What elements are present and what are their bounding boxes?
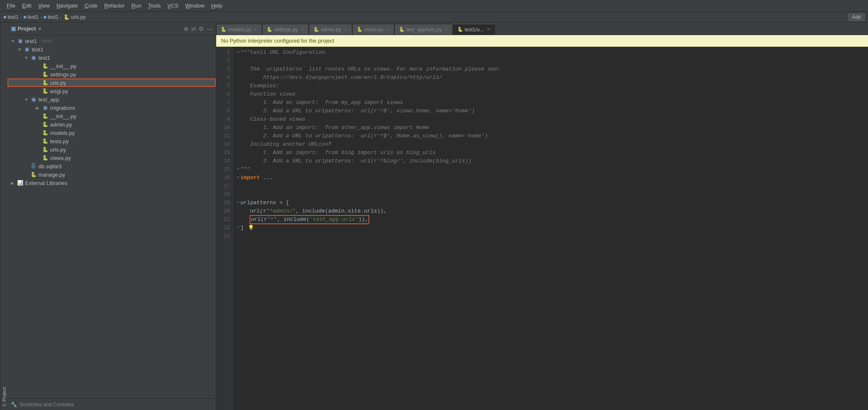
menu-window[interactable]: Window: [182, 2, 208, 10]
folder-icon: ▣: [42, 104, 48, 111]
add-button[interactable]: Add: [848, 13, 865, 21]
tab-close-icon[interactable]: ✕: [344, 27, 348, 32]
fold-marker[interactable]: ▼: [237, 199, 240, 207]
tab-test-app-urls-py[interactable]: 🐍 test_app/urls.py ✕: [394, 24, 453, 35]
folder-icon: ▣: [30, 54, 37, 61]
tree-item-urls-py[interactable]: 🐍 urls.py: [8, 78, 216, 87]
tree-item-label: urls.py: [50, 147, 66, 153]
menu-edit[interactable]: Edit: [19, 2, 35, 10]
tab-close-icon[interactable]: ✕: [386, 27, 390, 32]
tree-item-app-views-py[interactable]: 🐍 views.py: [8, 154, 216, 162]
tab-models-py[interactable]: 🐍 models.py ✕: [216, 24, 262, 35]
code-text: https://docs.djangoproject.com/en/1.8/to…: [237, 73, 442, 82]
tab-admin-py[interactable]: 🐍 admin.py ✕: [309, 24, 352, 35]
bulb-icon[interactable]: 💡: [248, 224, 254, 232]
tree-item-app-init-py[interactable]: 🐍 __init__.py: [8, 112, 216, 120]
tab-label: models.py: [228, 27, 251, 33]
code-text: The `urlpatterns` list routes URLs to vi…: [237, 65, 501, 73]
minimize-icon[interactable]: —: [207, 25, 212, 32]
breadcrumb-test1-inner[interactable]: ■ test1: [43, 14, 58, 20]
fold-end-marker[interactable]: ▼: [237, 224, 240, 232]
code-text: url(r': [251, 216, 270, 223]
menu-help[interactable]: Help: [208, 2, 226, 10]
tree-item-label: views.py: [50, 155, 71, 161]
code-line-21: url(r'^', include('test_app.urls')),: [237, 215, 865, 224]
tree-item-test1-child[interactable]: ▼ ▣ test1: [8, 45, 216, 53]
project-panel-label: 1: Project: [0, 23, 8, 410]
tab-test1-urls-py[interactable]: 🐍 test1/u... ✕: [453, 24, 495, 35]
py-icon: 🐍: [267, 27, 273, 32]
tab-bar: 🐍 models.py ✕ 🐍 settings.py ✕ 🐍 admin.py…: [216, 23, 868, 35]
settings-icon[interactable]: ⚙: [199, 25, 204, 32]
breadcrumb-sep-1: ›: [20, 15, 22, 20]
menu-view[interactable]: View: [35, 2, 53, 10]
add-content-icon[interactable]: ⊕: [184, 25, 189, 32]
tree-item-app-tests-py[interactable]: 🐍 tests.py: [8, 137, 216, 145]
menu-tools[interactable]: Tools: [145, 2, 164, 10]
code-line-5: Examples:: [237, 82, 865, 90]
py-icon: 🐍: [42, 79, 48, 86]
code-line-11: 2. Add a URL to urlpatterns: url(r'^$', …: [237, 132, 865, 140]
tree-item-external-libraries[interactable]: ▶ 📊 External Libraries: [8, 179, 216, 187]
code-text: ', include(admin.site.urls)),: [293, 207, 387, 215]
menu-file[interactable]: File: [3, 2, 19, 10]
code-text: ...: [260, 174, 273, 182]
tree-item-label: __init__.py: [50, 113, 76, 119]
tree-item-label: models.py: [50, 130, 75, 136]
code-line-6: Function views: [237, 90, 865, 99]
tree-item-app-models-py[interactable]: 🐍 models.py: [8, 129, 216, 137]
tab-label: settings.py: [274, 27, 298, 33]
tree-item-test-app[interactable]: ▼ ▣ test_app: [8, 95, 216, 104]
tree-item-init-py[interactable]: 🐍 __init__.py: [8, 62, 216, 70]
code-line-4: https://docs.djangoproject.com/en/1.8/to…: [237, 73, 865, 82]
code-line-19: ▼ urlpatterns = [: [237, 199, 865, 207]
tree-item-test1-inner[interactable]: ▼ ▣ test1: [8, 53, 216, 62]
breadcrumb-urls-py[interactable]: 🐍 urls.py: [63, 14, 86, 20]
py-icon: 🐍: [30, 171, 37, 178]
tree-item-migrations[interactable]: ▶ ▣ migrations: [8, 104, 216, 112]
breadcrumb-label: urls.py: [71, 14, 86, 20]
menu-refactor[interactable]: Refactor: [101, 2, 128, 10]
menu-code[interactable]: Code: [81, 2, 101, 10]
fold-marker[interactable]: ▼: [237, 48, 240, 57]
fold-end-marker[interactable]: ▼: [237, 165, 240, 174]
collapse-all-icon[interactable]: ⇄: [191, 25, 196, 32]
expand-arrow: ▼: [18, 47, 23, 52]
breadcrumb-test1-root[interactable]: ■ test1: [3, 14, 18, 20]
tree-item-db-sqlite[interactable]: 🗄 db.sqlite3: [8, 162, 216, 170]
code-text: url(r': [237, 207, 270, 215]
code-line-1: ▼ """test1 URL Configuration: [237, 48, 865, 57]
tree-item-wsgi-py[interactable]: 🐍 wsgi.py: [8, 87, 216, 95]
code-editor: 1 2 3 4 5 6 7 8 9 10 11 12 13 14 15 16 1…: [216, 47, 868, 410]
dropdown-arrow[interactable]: ▼: [38, 26, 42, 31]
menu-navigate[interactable]: Navigate: [53, 2, 81, 10]
tab-close-icon[interactable]: ✕: [444, 27, 448, 32]
scratches-label: Scratches and Consoles: [20, 402, 74, 407]
tree-item-manage-py[interactable]: 🐍 manage.py: [8, 170, 216, 179]
tree-item-settings-py[interactable]: 🐍 settings.py: [8, 70, 216, 78]
breadcrumb-test1-mid[interactable]: ■ test1: [23, 14, 38, 20]
tree-item-app-urls-py[interactable]: 🐍 urls.py: [8, 145, 216, 154]
tree-item-test1-root[interactable]: ▼ ▣ test1 ~/test1: [8, 37, 216, 45]
code-text: ', include(: [274, 216, 310, 223]
code-text: 1. Add an import: from other_app.views i…: [237, 124, 429, 132]
tab-close-icon[interactable]: ✕: [487, 27, 490, 32]
code-string: ^admin/: [270, 207, 293, 215]
tab-close-icon[interactable]: ✕: [254, 27, 257, 32]
tree-item-app-admin-py[interactable]: 🐍 admin.py: [8, 120, 216, 129]
tab-views-py[interactable]: 🐍 views.py ✕: [352, 24, 394, 35]
code-area[interactable]: ▼ """test1 URL Configuration The `urlpat…: [234, 47, 868, 410]
scratches-consoles[interactable]: 🔧 Scratches and Consoles: [8, 398, 216, 410]
code-text: Examples:: [237, 82, 279, 90]
fold-marker[interactable]: ▼: [237, 174, 240, 182]
code-line-16: ▼ import ...: [237, 174, 865, 182]
tab-settings-py[interactable]: 🐍 settings.py ✕: [262, 24, 309, 35]
editor-area: 🐍 models.py ✕ 🐍 settings.py ✕ 🐍 admin.py…: [216, 23, 868, 410]
menu-vcs[interactable]: VCS: [164, 2, 182, 10]
code-string: ^: [270, 216, 274, 223]
py-icon: 🐍: [221, 27, 227, 32]
code-string: 'test_app.urls': [310, 216, 358, 223]
tab-close-icon[interactable]: ✕: [300, 27, 304, 32]
menu-run[interactable]: Run: [128, 2, 145, 10]
tree-item-label: settings.py: [50, 71, 76, 78]
